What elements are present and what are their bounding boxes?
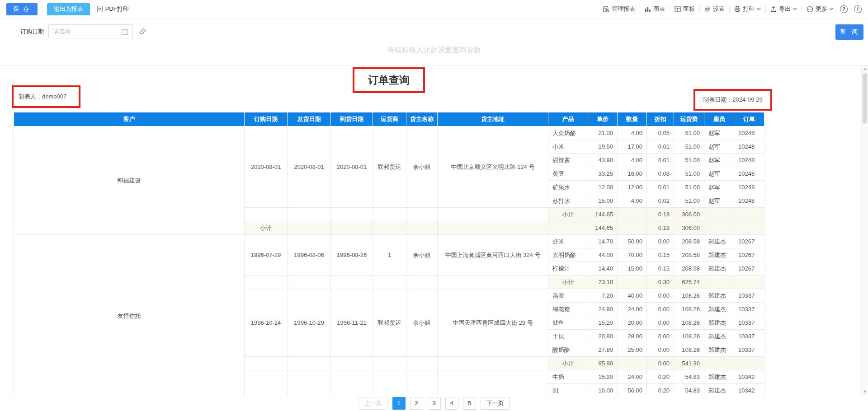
scroll-up-icon[interactable]: ▲ [862, 65, 868, 72]
table-cell: 小米 [548, 140, 588, 154]
table-cell: 赵军 [704, 140, 734, 154]
toolbar-divider [729, 6, 730, 13]
toolbar-divider [699, 6, 700, 13]
table-cell: 光明奶酪 [548, 248, 588, 262]
panel-button[interactable]: 面板 [675, 5, 695, 13]
table-cell: 10248 [734, 154, 764, 167]
page-button-4[interactable]: 4 [445, 397, 458, 410]
save-button[interactable]: 保 存 [6, 3, 38, 15]
table-cell: 大众奶酪 [548, 126, 588, 140]
table-cell: 10248 [734, 126, 764, 140]
table-cell: 70.00 [618, 248, 647, 262]
table-cell: 10248 [734, 140, 764, 154]
chevron-down-icon [793, 8, 797, 10]
table-cell [288, 370, 331, 396]
table-cell: 郑建杰 [704, 248, 734, 262]
header-cell: 雇员 [704, 112, 734, 126]
clear-filter-button[interactable] [138, 27, 147, 36]
table-cell [331, 357, 373, 370]
table-cell: 0.00 [647, 316, 674, 330]
table-cell: 2020-08-01 [331, 126, 373, 208]
help-icon[interactable]: ? [840, 5, 848, 13]
printer-icon [734, 6, 741, 12]
pdf-document-icon: P [96, 5, 103, 13]
page-button-1[interactable]: 1 [392, 397, 406, 410]
table-cell: 0.00 [647, 343, 674, 357]
print-label: 打印 [743, 5, 755, 13]
table-cell: 10337 [734, 316, 764, 330]
table-cell: 1 [373, 235, 406, 276]
header-cell: 货主地址 [438, 112, 548, 126]
table-body: 和福建设2020-08-012020-08-012020-08-01联邦货运余小… [14, 126, 764, 396]
table-cell: 0.00 [647, 235, 674, 248]
order-date-input[interactable]: 请选择 7 [48, 24, 133, 38]
table-cell [373, 208, 406, 221]
pdf-print-button[interactable]: P PDF打印 [96, 5, 129, 13]
info-icon[interactable]: i [854, 5, 862, 13]
table-cell: 黄豆 [548, 167, 588, 181]
table-cell: 和福建设 [14, 126, 245, 235]
settings-label: 设置 [713, 5, 725, 13]
gear-icon [704, 6, 711, 12]
subtotal-cell: 小计 [245, 221, 288, 235]
table-cell: 郑建杰 [704, 316, 734, 330]
subtotal-cell [288, 221, 331, 235]
table-cell: 14.40 [588, 262, 618, 276]
table-cell [373, 276, 406, 289]
table-cell: 24.90 [588, 303, 618, 316]
export-button[interactable]: 导出 [770, 5, 797, 13]
table-cell [245, 276, 288, 289]
subtotal-cell [618, 208, 647, 221]
table-cell [438, 208, 548, 221]
table-cell: 0.05 [647, 126, 674, 140]
scrollbar-thumb[interactable] [863, 73, 867, 124]
svg-text:7: 7 [124, 31, 126, 34]
table-cell: 40.00 [618, 289, 647, 303]
subtotal-cell: 625.74 [674, 276, 704, 289]
table-cell: 10248 [734, 194, 764, 208]
table-cell: 12.00 [618, 181, 647, 194]
query-button[interactable]: 查 询 [835, 24, 863, 40]
table-cell: 苏打水 [548, 194, 588, 208]
header-cell: 数量 [618, 112, 647, 126]
table-cell: 10267 [734, 262, 764, 276]
table-cell: 0.01 [647, 140, 674, 154]
table-cell: 甜辣酱 [548, 154, 588, 167]
header-cell: 到货日期 [331, 112, 373, 126]
subtotal-cell [734, 221, 764, 235]
manage-reports-button[interactable]: 管理报表 [603, 5, 635, 13]
table-cell: 虾米 [548, 235, 588, 248]
subtotal-cell [618, 276, 647, 289]
table-cell [288, 208, 331, 221]
prev-page-button[interactable]: 上一页 [359, 397, 388, 410]
settings-button[interactable]: 设置 [704, 5, 725, 13]
page-button-5[interactable]: 5 [463, 397, 476, 410]
charts-button[interactable]: 图表 [645, 5, 665, 13]
vertical-scrollbar[interactable]: ▲ ▼ [861, 65, 868, 395]
subtotal-cell [704, 208, 734, 221]
export-report-button[interactable]: 输出为报表 [47, 3, 90, 15]
eraser-icon [138, 27, 147, 36]
report-table: 客户订购日期发货日期到货日期运货商货主名称货主地址产品单价数量折扣运货费雇员订单… [14, 112, 764, 395]
table-cell: 联邦货运 [373, 289, 406, 357]
more-button[interactable]: 更多 [807, 5, 834, 13]
table-cell: 50.00 [618, 235, 647, 248]
table-cell: 0.00 [647, 330, 674, 343]
table-cell: 10337 [734, 289, 764, 303]
table-cell: 2020-08-01 [288, 126, 331, 208]
table-cell: 0.20 [647, 384, 674, 396]
toolbar-divider [765, 6, 766, 13]
header-cell: 折扣 [647, 112, 674, 126]
table-cell: 33.25 [588, 167, 618, 181]
subtotal-cell [438, 221, 548, 235]
next-page-button[interactable]: 下一页 [481, 397, 510, 410]
page-button-3[interactable]: 3 [428, 397, 441, 410]
table-cell: 51.00 [674, 181, 704, 194]
table-cell: 54.83 [674, 370, 704, 384]
page-button-2[interactable]: 2 [410, 397, 423, 410]
scroll-down-icon[interactable]: ▼ [862, 388, 868, 395]
table-cell [331, 276, 373, 289]
print-button[interactable]: 打印 [734, 5, 761, 13]
table-cell: 12.00 [588, 181, 618, 194]
table-cell: 10.00 [588, 384, 618, 396]
